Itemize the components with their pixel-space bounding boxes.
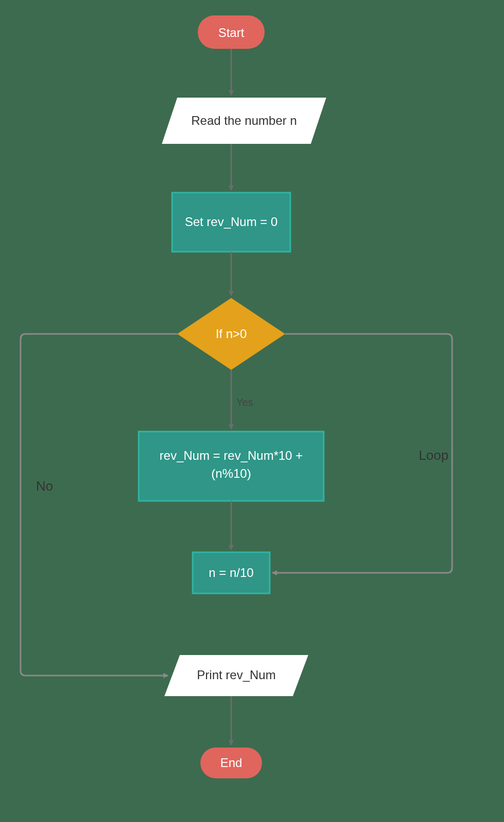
- start-node: Start: [198, 15, 265, 49]
- end-node: End: [200, 748, 262, 778]
- flowchart-canvas: Start Read the number n Set rev_Num = 0 …: [0, 0, 504, 822]
- edge-no-label: No: [36, 478, 53, 494]
- edge-decision-no: [21, 334, 177, 676]
- edge-loop-label: Loop: [419, 447, 449, 463]
- end-label: End: [220, 756, 242, 770]
- read-label: Read the number n: [191, 114, 296, 127]
- decision-node: If n>0: [177, 298, 285, 370]
- divide-label: n = n/10: [209, 566, 253, 580]
- init-label: Set rev_Num = 0: [185, 215, 278, 229]
- calc-label-line2: (n%10): [211, 466, 251, 480]
- decision-label: If n>0: [216, 327, 247, 341]
- read-node: Read the number n: [162, 98, 326, 144]
- calc-node: rev_Num = rev_Num*10 + (n%10): [139, 432, 324, 501]
- print-node: Print rev_Num: [164, 655, 308, 696]
- calc-label-line1: rev_Num = rev_Num*10 +: [160, 449, 303, 462]
- edge-yes-label: Yes: [236, 397, 253, 408]
- print-label: Print rev_Num: [197, 668, 275, 682]
- divide-node: n = n/10: [193, 552, 270, 593]
- start-label: Start: [218, 26, 245, 40]
- init-node: Set rev_Num = 0: [172, 193, 290, 252]
